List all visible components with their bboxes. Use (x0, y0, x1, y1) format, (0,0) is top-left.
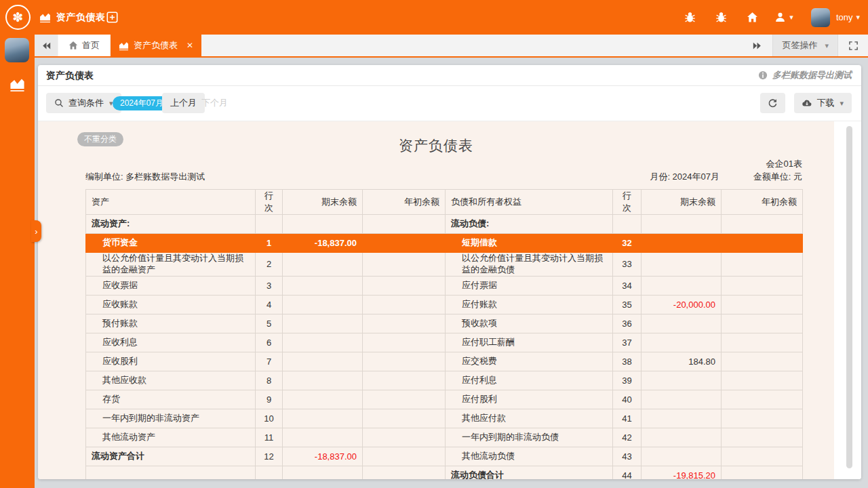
asset-beginning-balance-cell (363, 352, 446, 371)
asset-beginning-balance-cell (363, 428, 446, 447)
vertical-scrollbar-thumb[interactable] (846, 126, 852, 468)
table-row[interactable]: 预付账款5预收款项36 (86, 314, 803, 333)
org-switcher[interactable]: ▾ (774, 12, 793, 23)
table-row[interactable]: 应收票据3应付票据34 (86, 276, 803, 295)
table-row[interactable]: 存货9应付股利40 (86, 390, 803, 409)
asset-beginning-balance-cell (363, 253, 446, 277)
asset-ending-balance-cell: -18,837.00 (283, 447, 363, 466)
toolbar: 查询条件 ▾ 2024年07月 上个月 下个月 下载 ▾ (38, 86, 861, 121)
download-label: 下载 (816, 97, 834, 109)
asset-name-cell: 货币资金 (86, 234, 256, 253)
user-menu[interactable]: tony ▾ (836, 12, 860, 22)
asset-line-number-cell: 9 (256, 390, 283, 409)
table-row[interactable]: 应收账款4应付账款35-20,000.00 (86, 295, 803, 314)
tab-actions-dropdown[interactable]: 页签操作 ▾ (772, 35, 838, 56)
asset-ending-balance-cell (283, 428, 363, 447)
asset-line-number-cell: 5 (256, 314, 283, 333)
sidebar-avatar[interactable] (5, 38, 29, 62)
asset-line-number-cell: 1 (256, 234, 283, 253)
asset-line-number-cell (256, 215, 283, 234)
liability-ending-balance-cell: 184.80 (642, 352, 722, 371)
asset-line-number-cell: 12 (256, 447, 283, 466)
table-row[interactable]: 流动资产:流动负债: (86, 215, 803, 234)
asset-ending-balance-cell (283, 466, 363, 479)
info-icon[interactable] (758, 70, 768, 80)
table-row[interactable]: 一年内到期的非流动资产10其他应付款41 (86, 409, 803, 428)
liability-name-cell: 应付票据 (446, 276, 613, 295)
table-row[interactable]: 其他流动资产11一年内到期的非流动负债42 (86, 428, 803, 447)
double-chevron-right-icon (753, 41, 762, 50)
asset-beginning-balance-cell (363, 371, 446, 390)
asset-line-number-cell: 10 (256, 409, 283, 428)
tabs-scroll-left-button[interactable] (35, 35, 58, 56)
asset-line-number-cell: 8 (256, 371, 283, 390)
column-header: 行次 (256, 190, 283, 215)
area-chart-icon (39, 12, 51, 23)
asset-beginning-balance-cell (363, 314, 446, 333)
asset-beginning-balance-cell (363, 276, 446, 295)
next-month-button-disabled[interactable]: 下个月 (201, 93, 228, 113)
liability-line-number-cell: 41 (613, 409, 642, 428)
period-value: 2024年07月 (120, 98, 163, 109)
bug-icon[interactable] (715, 12, 727, 23)
table-row[interactable]: 以公允价值计量且其变动计入当期损益的金融资产2以公允价值计量且其变动计入当期损益… (86, 253, 803, 277)
liability-ending-balance-cell (642, 428, 722, 447)
column-header: 期末余额 (283, 190, 363, 215)
table-row[interactable]: 应收利息6应付职工薪酬37 (86, 333, 803, 352)
asset-ending-balance-cell (283, 295, 363, 314)
column-header: 期末余额 (642, 190, 722, 215)
table-row[interactable]: 货币资金1-18,837.00短期借款32 (86, 234, 803, 253)
asset-ending-balance-cell (283, 314, 363, 333)
asset-beginning-balance-cell (363, 466, 446, 479)
liability-line-number-cell: 34 (613, 276, 642, 295)
tab-bar: 首页 资产负债表 ✕ 页签操作 ▾ (35, 35, 868, 58)
sidebar-report-icon[interactable] (9, 77, 26, 92)
bug-icon[interactable] (684, 12, 696, 23)
liability-beginning-balance-cell (722, 234, 803, 253)
asset-ending-balance-cell (283, 215, 363, 234)
table-row[interactable]: 其他应收款8应付利息39 (86, 371, 803, 390)
liability-ending-balance-cell (642, 215, 722, 234)
asset-ending-balance-cell (283, 276, 363, 295)
liability-name-cell: 短期借款 (446, 234, 613, 253)
tab-close-icon[interactable]: ✕ (186, 41, 193, 50)
table-row[interactable]: 应收股利7应交税费38184.80 (86, 352, 803, 371)
query-conditions-button[interactable]: 查询条件 ▾ (46, 93, 121, 113)
liability-ending-balance-cell (642, 390, 722, 409)
tabs-scroll-right-button[interactable] (747, 35, 767, 56)
caret-down-icon: ▾ (856, 14, 860, 21)
asset-line-number-cell: 11 (256, 428, 283, 447)
report-title: 资产负债表 (38, 136, 834, 155)
table-row[interactable]: 流动负债合计44-19,815.20 (86, 466, 803, 479)
previous-month-button[interactable]: 上个月 (162, 93, 205, 113)
prepared-by: 编制单位: 多栏账数据导出测试 (85, 171, 205, 183)
liability-name-cell: 预收款项 (446, 314, 613, 333)
download-button[interactable]: 下载 ▾ (794, 93, 852, 113)
liability-beginning-balance-cell (722, 371, 803, 390)
table-row[interactable]: 流动资产合计12-18,837.00其他流动负债43 (86, 447, 803, 466)
liability-line-number-cell: 37 (613, 333, 642, 352)
asset-line-number-cell: 2 (256, 253, 283, 277)
liability-beginning-balance-cell (722, 352, 803, 371)
asset-name-cell: 其他应收款 (86, 371, 256, 390)
liability-beginning-balance-cell (722, 447, 803, 466)
liability-ending-balance-cell (642, 409, 722, 428)
column-header: 年初余额 (722, 190, 803, 215)
content-panel: 资产负债表 多栏账数据导出测试 查询条件 ▾ 2024年07月 上个月 下个月 … (38, 65, 861, 479)
liability-beginning-balance-cell (722, 253, 803, 277)
caret-down-icon: ▾ (825, 42, 829, 49)
fullscreen-toggle[interactable] (842, 35, 864, 56)
user-avatar[interactable] (811, 8, 830, 27)
balance-sheet-table: 资产行次期末余额年初余额负债和所有者权益行次期末余额年初余额 流动资产:流动负债… (85, 189, 803, 479)
tab-balance-sheet[interactable]: 资产负债表 ✕ (111, 35, 201, 56)
add-tab-icon[interactable] (106, 12, 118, 23)
refresh-button[interactable] (760, 93, 785, 113)
home-icon[interactable] (747, 12, 758, 23)
tab-home[interactable]: 首页 (58, 35, 110, 56)
liability-beginning-balance-cell (722, 333, 803, 352)
sidebar-expand-handle[interactable]: › (31, 220, 41, 242)
liability-line-number-cell: 39 (613, 371, 642, 390)
report-month: 月份: 2024年07月 (650, 171, 719, 183)
area-chart-icon (119, 41, 129, 51)
asset-ending-balance-cell (283, 371, 363, 390)
